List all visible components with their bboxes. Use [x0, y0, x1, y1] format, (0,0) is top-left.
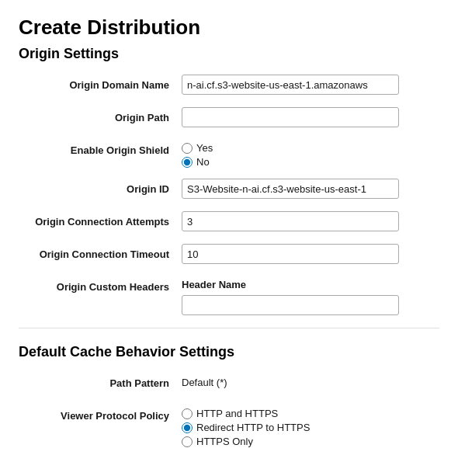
http-https-radio[interactable] — [182, 408, 193, 419]
enable-origin-shield-label: Enable Origin Shield — [19, 140, 182, 158]
origin-settings-section: Origin Settings Origin Domain Name Origi… — [19, 46, 439, 315]
default-cache-behavior-heading: Default Cache Behavior Settings — [19, 344, 439, 360]
origin-shield-yes-label: Yes — [196, 142, 213, 154]
origin-domain-name-label: Origin Domain Name — [19, 75, 182, 92]
path-pattern-label: Path Pattern — [19, 373, 182, 391]
default-cache-behavior-section: Default Cache Behavior Settings Path Pat… — [19, 344, 439, 447]
origin-path-label: Origin Path — [19, 107, 182, 125]
viewer-protocol-policy-wrap: HTTP and HTTPS Redirect HTTP to HTTPS HT… — [182, 405, 439, 447]
viewer-protocol-policy-radio-group: HTTP and HTTPS Redirect HTTP to HTTPS HT… — [182, 405, 439, 447]
path-pattern-wrap: Default (*) — [182, 373, 439, 388]
enable-origin-shield-row: Enable Origin Shield Yes No — [19, 140, 439, 168]
http-https-label: HTTP and HTTPS — [196, 408, 278, 419]
origin-connection-timeout-row: Origin Connection Timeout — [19, 244, 439, 266]
origin-domain-name-input[interactable] — [182, 75, 399, 95]
origin-shield-no-option[interactable]: No — [182, 156, 439, 168]
origin-custom-headers-row: Origin Custom Headers Header Name — [19, 276, 439, 315]
origin-path-row: Origin Path — [19, 107, 439, 129]
header-name-sublabel: Header Name — [182, 276, 439, 290]
origin-connection-attempts-row: Origin Connection Attempts — [19, 211, 439, 233]
origin-shield-yes-radio[interactable] — [182, 143, 193, 154]
origin-domain-name-wrap — [182, 75, 439, 95]
origin-id-label: Origin ID — [19, 179, 182, 196]
origin-shield-no-label: No — [196, 156, 210, 168]
path-pattern-value: Default (*) — [182, 373, 439, 388]
origin-connection-timeout-input[interactable] — [182, 244, 399, 264]
origin-path-wrap — [182, 107, 439, 127]
origin-id-wrap — [182, 179, 439, 199]
https-only-label: HTTPS Only — [196, 436, 253, 447]
viewer-protocol-policy-label: Viewer Protocol Policy — [19, 405, 182, 423]
https-only-option[interactable]: HTTPS Only — [182, 436, 439, 447]
redirect-http-radio[interactable] — [182, 422, 193, 433]
page-title: Create Distribution — [19, 16, 439, 40]
origin-connection-attempts-wrap — [182, 211, 439, 231]
origin-custom-headers-label: Origin Custom Headers — [19, 276, 182, 294]
http-https-option[interactable]: HTTP and HTTPS — [182, 408, 439, 419]
origin-path-input[interactable] — [182, 107, 399, 127]
origin-custom-headers-wrap: Header Name — [182, 276, 439, 315]
section-divider — [19, 328, 439, 328]
enable-origin-shield-radio-group: Yes No — [182, 140, 439, 168]
origin-shield-yes-option[interactable]: Yes — [182, 142, 439, 154]
viewer-protocol-policy-row: Viewer Protocol Policy HTTP and HTTPS Re… — [19, 405, 439, 447]
origin-connection-attempts-input[interactable] — [182, 211, 399, 231]
redirect-http-option[interactable]: Redirect HTTP to HTTPS — [182, 422, 439, 433]
origin-settings-heading: Origin Settings — [19, 46, 439, 62]
path-pattern-row: Path Pattern Default (*) — [19, 373, 439, 394]
origin-shield-no-radio[interactable] — [182, 157, 193, 168]
https-only-radio[interactable] — [182, 436, 193, 447]
redirect-http-label: Redirect HTTP to HTTPS — [196, 422, 310, 433]
origin-connection-attempts-label: Origin Connection Attempts — [19, 211, 182, 229]
origin-id-input[interactable] — [182, 179, 399, 199]
origin-domain-name-row: Origin Domain Name — [19, 75, 439, 96]
origin-connection-timeout-wrap — [182, 244, 439, 264]
enable-origin-shield-wrap: Yes No — [182, 140, 439, 168]
origin-connection-timeout-label: Origin Connection Timeout — [19, 244, 182, 262]
origin-custom-headers-input[interactable] — [182, 295, 399, 315]
origin-id-row: Origin ID — [19, 179, 439, 200]
